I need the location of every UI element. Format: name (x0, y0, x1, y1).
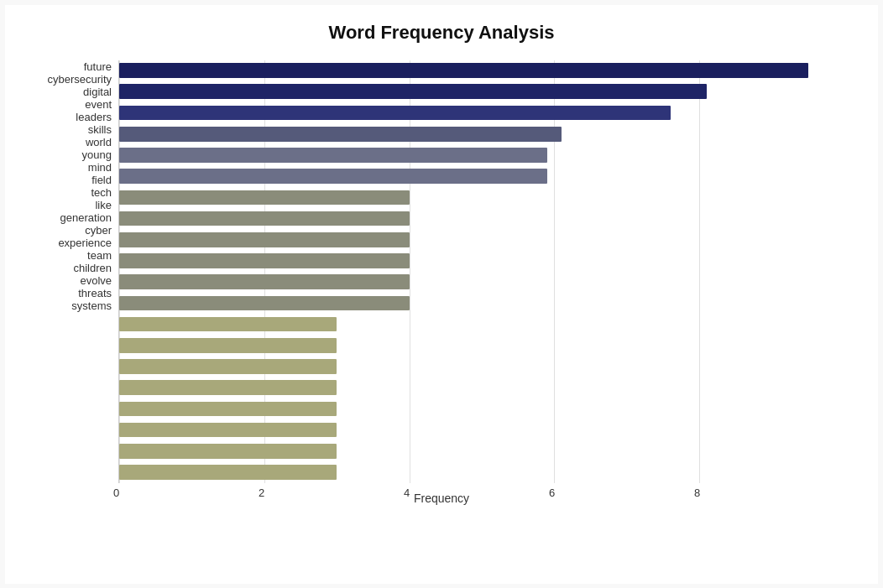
y-label: young (39, 148, 118, 161)
bar-row (119, 398, 844, 419)
bar (119, 402, 337, 417)
bar-row (119, 293, 844, 314)
bar (119, 232, 410, 247)
x-tick-label: 8 (694, 487, 700, 499)
y-label: mind (39, 161, 118, 174)
bar (119, 338, 337, 353)
bar-row (119, 335, 844, 356)
bar-row (119, 356, 844, 377)
bar-row (119, 314, 844, 335)
y-label: children (39, 262, 118, 274)
bar-row (119, 166, 844, 187)
x-tick-label: 0 (113, 487, 119, 499)
bar (119, 169, 547, 184)
y-label: world (39, 136, 118, 148)
bar-row (119, 187, 844, 208)
bar (119, 444, 337, 459)
y-label: tech (39, 186, 118, 199)
bar (119, 296, 410, 311)
y-label: event (39, 98, 118, 111)
bar (119, 127, 562, 142)
bar-row (119, 377, 844, 398)
y-label: evolve (39, 274, 118, 287)
bar-row (119, 461, 844, 482)
x-tick-label: 4 (404, 487, 410, 499)
y-label: generation (39, 211, 118, 224)
y-label: like (39, 199, 118, 211)
y-label: systems (39, 299, 118, 312)
bar-row (119, 144, 844, 165)
bar-row (119, 123, 844, 144)
y-label: skills (39, 123, 118, 136)
bars-inner (119, 60, 844, 483)
y-label: cybersecurity (39, 73, 118, 86)
y-label: leaders (39, 111, 118, 123)
bars-section: futurecybersecuritydigitaleventleaderssk… (39, 60, 844, 483)
chart-container: Word Frequency Analysis futurecybersecur… (5, 5, 878, 584)
bar (119, 106, 671, 121)
x-axis-label: Frequency (39, 492, 844, 505)
bar-row (119, 208, 844, 229)
y-label: field (39, 174, 118, 186)
bar-row (119, 229, 844, 250)
bar (119, 63, 808, 78)
bar (119, 423, 337, 438)
bar (119, 84, 707, 99)
bars-and-grid (118, 60, 844, 483)
y-label: cyber (39, 224, 118, 237)
bar (119, 359, 337, 374)
y-label: threats (39, 287, 118, 299)
y-label: future (39, 60, 118, 73)
y-label: digital (39, 86, 118, 98)
chart-title: Word Frequency Analysis (39, 22, 844, 44)
bar (119, 465, 337, 480)
bar (119, 253, 410, 268)
bar (119, 380, 337, 395)
bar-row (119, 81, 844, 102)
bar (119, 148, 547, 163)
bar-row (119, 250, 844, 271)
bar-row (119, 419, 844, 440)
bar-row (119, 440, 844, 461)
y-labels: futurecybersecuritydigitaleventleaderssk… (39, 60, 118, 483)
bar-row (119, 102, 844, 123)
chart-area: futurecybersecuritydigitaleventleaderssk… (39, 60, 844, 505)
x-tick-label: 2 (259, 487, 264, 499)
bar-row (119, 60, 844, 81)
y-label: experience (39, 237, 118, 249)
y-label: team (39, 249, 118, 262)
bar-row (119, 272, 844, 293)
bar (119, 190, 410, 206)
bar (119, 274, 410, 289)
x-tick-label: 6 (549, 487, 555, 499)
bar (119, 211, 410, 226)
bar (119, 317, 337, 332)
x-axis: 02468 Frequency (39, 487, 844, 505)
